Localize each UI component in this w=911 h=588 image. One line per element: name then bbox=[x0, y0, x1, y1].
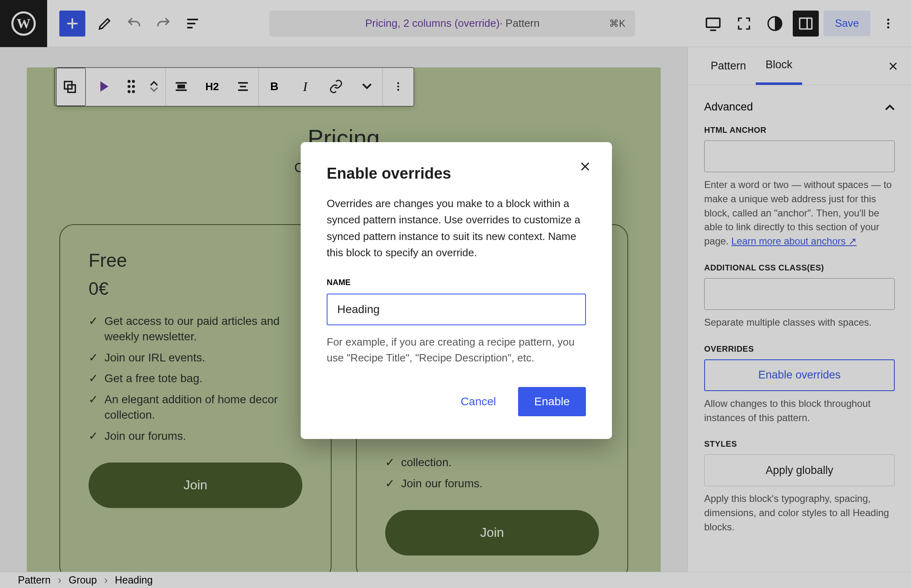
modal-title: Enable overrides bbox=[327, 165, 586, 182]
close-modal-button[interactable] bbox=[578, 159, 592, 174]
modal-description: Overrides are changes you make to a bloc… bbox=[327, 195, 586, 261]
name-field-hint: For example, if you are creating a recip… bbox=[327, 334, 586, 366]
cancel-button[interactable]: Cancel bbox=[446, 387, 511, 416]
override-name-input[interactable] bbox=[327, 294, 586, 325]
name-field-label: NAME bbox=[327, 278, 586, 287]
enable-button[interactable]: Enable bbox=[518, 387, 586, 416]
enable-overrides-modal: Enable overrides Overrides are changes y… bbox=[301, 142, 612, 439]
